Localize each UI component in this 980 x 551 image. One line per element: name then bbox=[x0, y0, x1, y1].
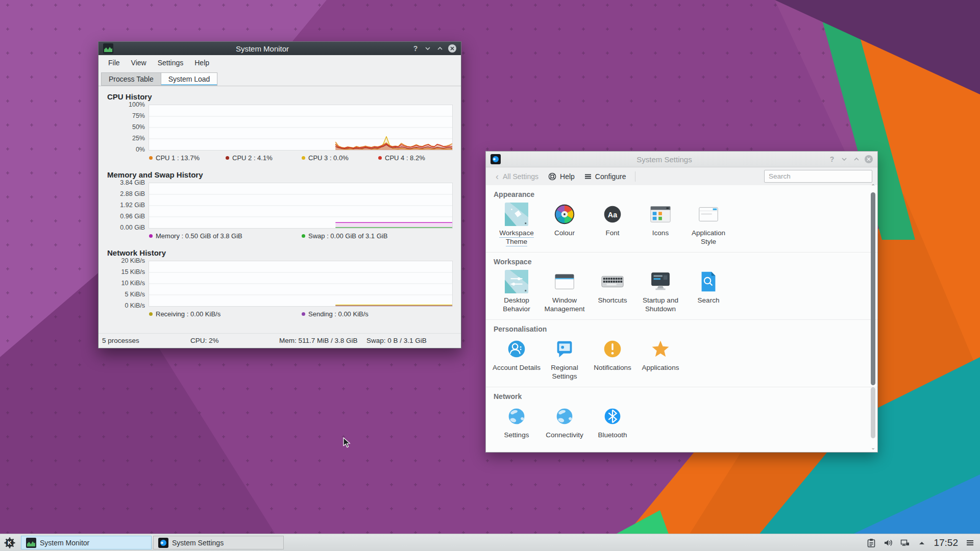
settings-item-colour[interactable]: Colour bbox=[541, 203, 589, 252]
tab-process-table[interactable]: Process Table bbox=[101, 72, 161, 86]
search-input[interactable] bbox=[764, 170, 872, 183]
maximize-button[interactable] bbox=[434, 43, 446, 54]
regional-settings-icon bbox=[553, 337, 576, 361]
menu-view[interactable]: View bbox=[126, 57, 152, 69]
settings-scrollbar[interactable]: ⌃ ⌄ bbox=[870, 186, 876, 450]
settings-item-label-text: Window Management bbox=[545, 296, 585, 313]
all-settings-label: All Settings bbox=[503, 172, 538, 181]
settings-item-account-details[interactable]: Account Details bbox=[493, 337, 541, 387]
menu-settings[interactable]: Settings bbox=[152, 57, 189, 69]
all-settings-back-button[interactable]: ‹ All Settings bbox=[491, 170, 543, 183]
search-doc-icon bbox=[697, 270, 720, 293]
scroll-down-icon[interactable]: ⌄ bbox=[870, 444, 876, 451]
minimize-button[interactable] bbox=[422, 43, 434, 54]
system-monitor-titlebar[interactable]: System Monitor ? bbox=[99, 42, 461, 55]
toolbar-separator bbox=[635, 171, 635, 182]
legend-dot bbox=[226, 156, 229, 160]
applications-icon bbox=[649, 337, 672, 361]
section-items: Account DetailsRegional SettingsNotifica… bbox=[493, 337, 867, 387]
settings-item-font[interactable]: AaFont bbox=[589, 203, 636, 252]
settings-item-applications[interactable]: Applications bbox=[636, 337, 684, 387]
settings-item-search[interactable]: Search bbox=[684, 270, 732, 319]
settings-item-label: Startup and Shutdown bbox=[636, 296, 684, 313]
section-personalisation: PersonalisationAccount DetailsRegional S… bbox=[486, 320, 877, 387]
settings-item-label-text: Shortcuts bbox=[598, 296, 627, 304]
close-button[interactable] bbox=[446, 43, 458, 54]
settings-item-desktop-behavior[interactable]: Desktop Behavior bbox=[493, 270, 541, 319]
axis-tick: 100% bbox=[129, 101, 145, 108]
window-management-icon bbox=[553, 270, 576, 293]
settings-item-application-style[interactable]: Application Style bbox=[684, 203, 732, 252]
settings-item-label: Font bbox=[589, 229, 636, 237]
settings-item-window-management[interactable]: Window Management bbox=[541, 270, 589, 319]
settings-item-workspace-theme[interactable]: Workspace Theme bbox=[493, 203, 541, 252]
settings-item-settings[interactable]: Settings bbox=[493, 405, 541, 445]
status-5-processes: 5 processes bbox=[102, 334, 139, 347]
axis-tick: 75% bbox=[132, 112, 145, 119]
cpu-history-title: CPU History bbox=[107, 92, 461, 101]
taskbar-task-system-monitor[interactable]: System Monitor bbox=[21, 536, 152, 549]
settings-item-label-text: Applications bbox=[642, 364, 679, 371]
settings-item-shortcuts[interactable]: Shortcuts bbox=[589, 270, 636, 319]
scrollbar-track[interactable] bbox=[871, 387, 875, 438]
settings-item-regional-settings[interactable]: Regional Settings bbox=[541, 337, 589, 387]
scroll-up-icon[interactable]: ⌃ bbox=[870, 183, 876, 190]
plot-canvas bbox=[149, 105, 453, 151]
menu-file[interactable]: File bbox=[103, 57, 126, 69]
mouse-cursor bbox=[342, 437, 353, 450]
network-icon[interactable] bbox=[900, 538, 910, 548]
help-button[interactable]: ? bbox=[826, 154, 838, 165]
cpu-history-chart: 100%75%50%25%0% bbox=[99, 105, 453, 149]
taskbar-task-system-settings[interactable]: System Settings bbox=[153, 536, 284, 549]
bluetooth-icon bbox=[601, 405, 624, 428]
settings-item-connectivity[interactable]: Connectivity bbox=[541, 405, 589, 445]
axis-tick: 25% bbox=[132, 135, 145, 142]
volume-icon[interactable] bbox=[883, 538, 893, 548]
tab-system-load[interactable]: System Load bbox=[161, 72, 218, 86]
settings-item-notifications[interactable]: Notifications bbox=[589, 337, 636, 387]
legend-dot bbox=[302, 156, 305, 160]
axis-ticks: 100%75%50%25%0% bbox=[99, 105, 149, 149]
configure-button[interactable]: Configure bbox=[579, 170, 631, 183]
legend-label: Sending : 0.00 KiB/s bbox=[308, 310, 369, 318]
caret-up-icon[interactable] bbox=[917, 538, 927, 548]
menu-help[interactable]: Help bbox=[189, 57, 215, 69]
section-network: NetworkSettingsConnectivityBluetooth bbox=[486, 387, 877, 445]
plot-canvas bbox=[149, 183, 453, 229]
legend-label: CPU 2 : 4.1% bbox=[232, 154, 273, 162]
desktop-behavior-icon bbox=[505, 270, 528, 293]
kde-menu-icon: K bbox=[4, 537, 15, 548]
window-title: System Monitor bbox=[115, 44, 409, 53]
minimize-button[interactable] bbox=[838, 154, 850, 165]
settings-item-label: Bluetooth bbox=[589, 431, 636, 439]
scrollbar-thumb[interactable] bbox=[871, 192, 875, 385]
help-button[interactable]: ? bbox=[409, 43, 422, 54]
legend-item: Receiving : 0.00 KiB/s bbox=[149, 310, 220, 318]
panel-toolbox-icon[interactable] bbox=[965, 538, 975, 548]
system-settings-titlebar[interactable]: System Settings ? bbox=[486, 152, 877, 167]
settings-item-label: Desktop Behavior bbox=[493, 296, 541, 313]
configure-label: Configure bbox=[595, 172, 626, 181]
clock[interactable]: 17:52 bbox=[934, 537, 958, 548]
section-header: Appearance bbox=[494, 190, 867, 198]
axis-ticks: 20 KiB/s15 KiB/s10 KiB/s5 KiB/s0 KiB/s bbox=[99, 261, 149, 306]
settings-item-label: Account Details bbox=[493, 363, 541, 372]
settings-item-bluetooth[interactable]: Bluetooth bbox=[589, 405, 636, 445]
settings-item-label-text: Icons bbox=[652, 229, 669, 237]
close-button[interactable] bbox=[863, 154, 875, 165]
settings-item-label: Shortcuts bbox=[589, 296, 636, 305]
clipboard-icon[interactable] bbox=[866, 538, 876, 548]
help-button[interactable]: Help bbox=[543, 170, 579, 183]
legend-label: Receiving : 0.00 KiB/s bbox=[156, 310, 220, 318]
font-icon: Aa bbox=[601, 203, 624, 226]
settings-item-icons[interactable]: Icons bbox=[636, 203, 684, 252]
maximize-button[interactable] bbox=[850, 154, 863, 165]
settings-item-startup-and-shutdown[interactable]: Startup and Shutdown bbox=[636, 270, 684, 319]
settings-item-label-text: Connectivity bbox=[546, 431, 583, 439]
task-label: System Monitor bbox=[40, 539, 89, 547]
legend-item: Memory : 0.50 GiB of 3.8 GiB bbox=[149, 232, 242, 240]
section-header: Workspace bbox=[494, 258, 867, 266]
axis-tick: 1.92 GiB bbox=[120, 202, 145, 209]
application-launcher-button[interactable]: K bbox=[0, 534, 19, 551]
settings-item-label: Window Management bbox=[541, 296, 589, 313]
